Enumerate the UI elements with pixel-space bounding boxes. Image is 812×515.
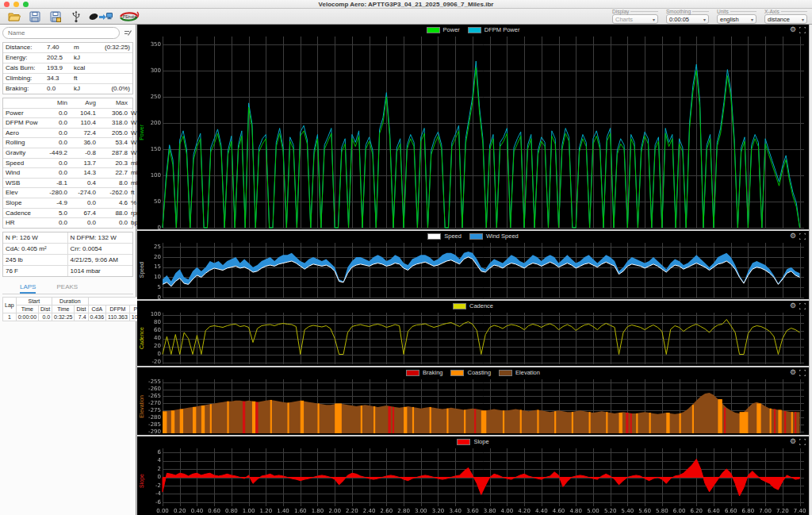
open-file-button[interactable]	[5, 10, 24, 24]
elevation-legend-label: Elevation	[515, 369, 540, 376]
smoothing-control: Smoothing 0:00:05▾	[666, 9, 709, 24]
display-label: Display	[612, 9, 658, 14]
scrollbar-track[interactable]	[809, 25, 812, 515]
pstroke-button[interactable]: PStroke	[116, 10, 143, 24]
braking-legend-swatch	[406, 370, 419, 376]
power-axis-label: Power	[137, 35, 145, 229]
metric-row-cadence: Cadence5.067.488.0rpm	[3, 209, 132, 219]
metric-row-wsb: WSB-8.10.48.0mi/h	[3, 179, 132, 189]
dfpm-legend-label: DFPM Power	[485, 26, 520, 33]
speed-chart-panel: Speed Wind Speed ⚙ Speed	[137, 231, 809, 299]
svg-text:PStroke: PStroke	[123, 14, 137, 19]
expand-icon[interactable]	[799, 303, 806, 309]
coasting-legend-swatch	[450, 370, 464, 376]
metric-row-elev: Elev-280.0-274.0-262.0ft	[3, 188, 132, 198]
metric-row-power: Power0.0104.1306.0W	[3, 109, 132, 119]
slope-legend-swatch	[457, 439, 470, 445]
tab-laps[interactable]: LAPS	[20, 283, 36, 294]
elevation-chart-canvas[interactable]	[145, 378, 807, 435]
coasting-legend-label: Coasting	[467, 369, 491, 376]
speed-chart-canvas[interactable]	[145, 241, 807, 299]
open-folder-icon	[8, 11, 21, 22]
min-avg-max-table: MinAvgMax Power0.0104.1306.0W DFPM Pow0.…	[2, 98, 133, 229]
tab-peaks[interactable]: PEAKS	[56, 283, 78, 294]
metric-row-speed: Speed0.013.720.3mi/h	[3, 159, 132, 169]
elevation-legend-swatch	[499, 370, 512, 376]
ride-summary: N P: 126 WN DFPM: 132 W CdA: 0.405 m²Crr…	[2, 232, 133, 277]
gear-icon[interactable]: ⚙	[790, 438, 796, 445]
expand-icon[interactable]	[799, 370, 806, 376]
power-legend-label: Power	[443, 26, 460, 33]
metric-row-aero: Aero0.072.4205.0W	[3, 129, 132, 139]
metric-row-rolling: Rolling0.036.053.4W	[3, 138, 132, 148]
braking-legend-label: Braking	[423, 369, 442, 376]
laps-peaks-tabs: LAPS PEAKS	[2, 280, 133, 294]
toolbar: PStroke Display Charts▾ Smoothing 0:00:0…	[0, 9, 812, 25]
usb-import-button[interactable]	[67, 10, 86, 24]
edit-name-icon[interactable]	[122, 28, 133, 39]
stat-row: Braking:0.0kJ(0.0%)	[3, 84, 132, 94]
stat-row: Cals Burn:193.9kcal	[3, 63, 132, 74]
dfpm-legend-swatch	[468, 27, 481, 33]
device-to-display-icon	[89, 10, 113, 22]
gear-icon[interactable]: ⚙	[790, 26, 796, 33]
metric-row-wind: Wind0.014.322.7mi/h	[3, 168, 132, 179]
units-select[interactable]: english▾	[717, 14, 756, 24]
pstroke-logo-icon: PStroke	[118, 10, 140, 23]
left-panel: Distance:7.40m(0:32:25) Energy:202.5kJ C…	[0, 25, 136, 515]
display-select[interactable]: Charts▾	[612, 14, 658, 24]
expand-icon[interactable]	[799, 439, 806, 445]
wind-legend-swatch	[469, 233, 483, 240]
smoothing-label: Smoothing	[666, 9, 709, 14]
lap-table-group-header: Lap Start Duration	[3, 297, 154, 305]
xaxis-label: X-Axis	[764, 9, 807, 14]
lap-table: Lap Start Duration Time Dist Time Dist C…	[2, 297, 154, 321]
xaxis-select[interactable]: distance▾	[764, 14, 807, 24]
cadence-legend-swatch	[453, 303, 466, 309]
chevron-down-icon: ▾	[751, 17, 753, 22]
cadence-chart-canvas[interactable]	[145, 311, 807, 366]
save-as-icon	[50, 11, 61, 22]
chevron-down-icon: ▾	[653, 17, 655, 22]
smoothing-select[interactable]: 0:00:05▾	[666, 14, 709, 24]
gear-icon[interactable]: ⚙	[790, 302, 796, 309]
metric-row-dfpm: DFPM Pow0.0110.4318.0W	[3, 118, 132, 129]
slope-axis-label: Slope	[137, 447, 145, 515]
slope-chart-canvas[interactable]	[145, 447, 807, 515]
cadence-chart-panel: Cadence ⚙ Cadence	[137, 301, 809, 366]
titlebar: Velocomp Aero: APTTG3P3_04_21_2025_0906_…	[0, 0, 812, 9]
power-chart-canvas[interactable]	[145, 35, 807, 229]
metric-row-gravity: Gravity-449.2-0.8287.8W	[3, 148, 132, 159]
lap-table-sub-header: Time Dist Time Dist CdA DFPM Power	[3, 305, 154, 313]
slope-chart-panel: Slope ⚙ Slope	[137, 436, 809, 515]
charts-column: Power DFPM Power ⚙ Power Speed Wind Spee…	[137, 25, 809, 515]
min-avg-max-header: MinAvgMax	[3, 98, 132, 109]
wind-legend-label: Wind Speed	[486, 233, 519, 240]
summary-row: CdA: 0.405 m²Crr: 0.0054	[3, 244, 132, 255]
speed-legend-label: Speed	[444, 233, 462, 240]
power-legend-swatch	[427, 27, 440, 33]
stat-row: Climbing:34.3ft	[3, 74, 132, 84]
window-title: Velocomp Aero: APTTG3P3_04_21_2025_0906_…	[0, 1, 812, 8]
elevation-chart-panel: Braking Coasting Elevation ⚙ Elevation	[137, 367, 809, 435]
expand-icon[interactable]	[799, 27, 806, 33]
summary-row: N P: 126 WN DFPM: 132 W	[3, 233, 132, 244]
chevron-down-icon: ▾	[703, 17, 706, 22]
send-to-device-button[interactable]	[87, 10, 114, 24]
gear-icon[interactable]: ⚙	[790, 233, 796, 240]
save-as-button[interactable]	[46, 10, 65, 24]
cadence-legend-label: Cadence	[469, 302, 493, 309]
speed-axis-label: Speed	[137, 241, 145, 299]
expand-icon[interactable]	[799, 233, 806, 240]
save-button[interactable]	[25, 10, 44, 24]
metric-row-hr: HR0.00.00.0bpm	[3, 218, 132, 228]
ride-stats: Distance:7.40m(0:32:25) Energy:202.5kJ C…	[2, 42, 133, 94]
ride-name-input[interactable]	[2, 27, 120, 39]
elevation-axis-label: Elevation	[137, 378, 145, 435]
lap-row[interactable]: 1 0:00:00 0.0 0:32:25 7.4 0.436 110.363 …	[3, 313, 154, 321]
chevron-down-icon: ▾	[802, 17, 804, 22]
units-control: Units english▾	[717, 9, 756, 24]
gear-icon[interactable]: ⚙	[790, 369, 796, 376]
metric-row-slope: Slope-4.90.04.6%	[3, 198, 132, 209]
display-control: Display Charts▾	[612, 9, 658, 24]
